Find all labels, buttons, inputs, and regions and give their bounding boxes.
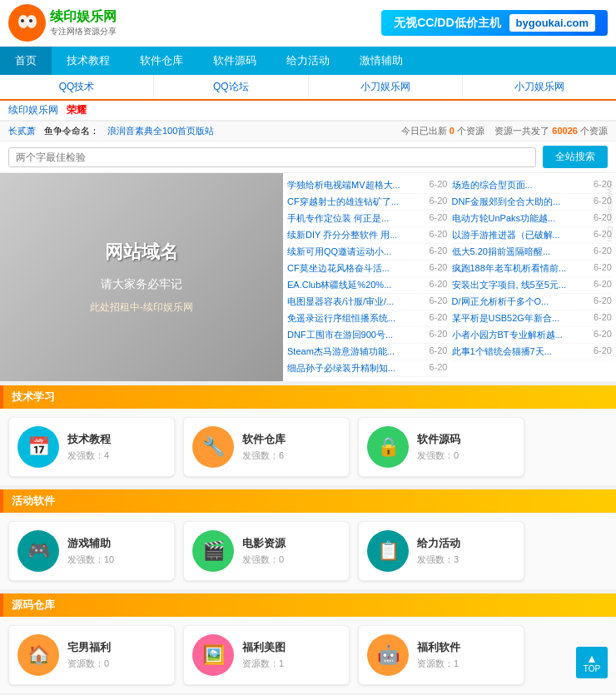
news-link[interactable]: 续新DIY 乔分分整软件 用... — [287, 229, 397, 241]
card-title: 福利软件 — [417, 640, 460, 655]
news-date: 6-20 — [594, 279, 612, 291]
card-info: 电影资源 发强数：0 — [242, 536, 286, 566]
quick-link-1[interactable]: 长贰萧 — [8, 125, 36, 137]
svg-point-3 — [21, 19, 24, 22]
card-count: 发强数：6 — [242, 449, 286, 462]
news-date: 6-20 — [429, 179, 447, 191]
news-link[interactable]: 场造的综合型页面... — [452, 179, 533, 191]
news-link[interactable]: 电图显器容表/计服/审业/... — [287, 295, 394, 308]
card-item[interactable]: 🎮 游戏辅助 发强数：10 — [8, 521, 175, 581]
sub-nav-qq-tech[interactable]: QQ技术 — [0, 75, 154, 99]
sub-nav-xiaodao2[interactable]: 小刀娱乐网 — [463, 75, 616, 99]
card-inner: 📋 给力活动 发强数：3 — [367, 530, 460, 572]
watermark: Www.Xuyin6.Com — [606, 181, 614, 242]
card-item[interactable]: 🖼️ 福利美图 资源数：1 — [183, 625, 350, 685]
card-item[interactable]: 🏠 宅男福利 资源数：0 — [8, 625, 175, 685]
news-item: 续新DIY 乔分分整软件 用...6-20 — [287, 227, 448, 244]
news-date: 6-20 — [429, 212, 447, 225]
news-item: 电动方轮UnPaks功能越...6-20 — [452, 211, 613, 227]
news-link[interactable]: 免遥录运行序组恒播系统... — [287, 312, 395, 325]
card-item[interactable]: 🔒 软件源码 发强数：0 — [358, 417, 524, 477]
card-count: 发强数：0 — [417, 449, 460, 462]
news-item: 手机专作定位装 何正是...6-20 — [287, 211, 448, 227]
news-link[interactable]: Steam杰马游意游辅功能... — [287, 345, 395, 358]
card-item[interactable]: 📅 技术教程 发强数：4 — [8, 417, 175, 477]
card-item[interactable]: 📋 给力活动 发强数：3 — [358, 521, 524, 581]
card-count: 发强数：4 — [67, 449, 111, 462]
news-item: D/网正允析析于多个O...6-20 — [452, 294, 613, 310]
news-link[interactable]: DNF工围市在游回900号... — [287, 329, 393, 341]
quick-link-3[interactable]: 浪润音素典全100首页版站 — [107, 125, 214, 137]
news-link[interactable]: 学独给析电视端MV超格大... — [287, 179, 400, 191]
news-link[interactable]: CF莫坐边花风格奋斗活... — [287, 262, 390, 275]
sub-nav-xiaodao1[interactable]: 小刀娱乐网 — [309, 75, 463, 99]
card-title: 福利美图 — [242, 640, 286, 655]
news-item: 续新可用QQ邀请运动小...6-20 — [287, 244, 448, 261]
ad-banner[interactable]: 无视CC/DD低价主机 bygoukai.com — [381, 10, 608, 36]
nav-item-tech[interactable]: 技术教程 — [52, 47, 125, 75]
svg-point-4 — [29, 19, 32, 22]
search-input[interactable] — [8, 147, 536, 167]
sub-nav2-xuyin[interactable]: 续印娱乐网 — [8, 103, 58, 117]
news-date: 6-20 — [594, 345, 612, 358]
search-button[interactable]: 全站搜索 — [543, 146, 608, 168]
tech-section-header: 技术学习 — [0, 385, 616, 409]
card-inner: 🖼️ 福利美图 资源数：1 — [192, 634, 286, 676]
news-link[interactable]: DNF金服郊到全合大助的... — [452, 196, 561, 208]
news-link[interactable]: 细品孙子必绿装升精制知... — [287, 362, 395, 375]
banner-note: 请大家务必牢记 — [101, 277, 182, 292]
news-link[interactable]: 此事1个错统会猫播7天... — [452, 345, 552, 358]
news-link[interactable]: D/网正允析析于多个O... — [452, 295, 549, 308]
quick-label: 鱼争令命名： — [44, 125, 99, 137]
news-item: 细品孙子必绿装升精制知...6-20 — [287, 360, 448, 377]
news-link[interactable]: CF穿越射士的雄连钻矿了... — [287, 196, 399, 208]
nav-item-software[interactable]: 软件仓库 — [125, 47, 198, 75]
card-item[interactable]: 🔧 软件仓库 发强数：6 — [183, 417, 350, 477]
card-info: 福利美图 资源数：1 — [242, 640, 286, 670]
news-link[interactable]: 以游手游推进器（已破解... — [452, 229, 560, 241]
card-title: 游戏辅助 — [67, 536, 114, 551]
card-icon: 🏠 — [17, 634, 59, 676]
nav-item-home[interactable]: 首页 — [0, 47, 52, 75]
news-date: 6-20 — [429, 229, 447, 241]
card-title: 给力活动 — [417, 536, 460, 551]
nav-item-assist[interactable]: 激情辅助 — [345, 47, 418, 75]
news-date: 6-20 — [429, 262, 447, 275]
news-date: 6-20 — [594, 329, 612, 341]
news-date: 6-20 — [429, 362, 447, 375]
news-item: 电图显器容表/计服/审业/...6-20 — [287, 294, 448, 310]
card-title: 技术教程 — [67, 432, 111, 447]
card-icon: 🖼️ — [192, 634, 234, 676]
sub-nav2: 续印娱乐网 荣耀 — [0, 101, 616, 121]
nav-item-activity[interactable]: 给力活动 — [271, 47, 345, 75]
news-columns: 学独给析电视端MV超格大...6-20CF穿越射士的雄连钻矿了...6-20手机… — [287, 177, 612, 377]
card-item[interactable]: 🤖 福利软件 资源数：1 — [358, 625, 524, 685]
nav-item-source[interactable]: 软件源码 — [198, 47, 271, 75]
activity-section: 活动软件 🎮 游戏辅助 发强数：10 🎬 电影资源 发强数：0 📋 — [0, 489, 616, 589]
news-link[interactable]: EA.Club林疆线延%20%... — [287, 279, 391, 291]
news-date: 6-20 — [429, 312, 447, 325]
news-date: 6-20 — [594, 312, 612, 325]
sub-nav-qq-forum[interactable]: QQ论坛 — [154, 75, 308, 99]
news-date: 6-20 — [429, 196, 447, 208]
news-link[interactable]: 低大5.20捐前遥隔暗醒... — [452, 246, 551, 258]
card-icon: 📋 — [367, 530, 409, 572]
card-icon: 🎮 — [17, 530, 59, 572]
news-item: 小者小园方BT专业解析越...6-20 — [452, 327, 613, 344]
news-link[interactable]: 疯跑188年老车机析看情前... — [452, 262, 567, 275]
news-link[interactable]: 手机专作定位装 何正是... — [287, 212, 389, 225]
news-link[interactable]: 安装出文字项目, 线5至5元... — [452, 279, 567, 291]
news-date: 6-20 — [429, 329, 447, 341]
news-item: DNF工围市在游回900号...6-20 — [287, 327, 448, 344]
news-link[interactable]: 小者小园方BT专业解析越... — [452, 329, 563, 341]
logo-area: 续印娱乐网 专注网络资源分享 — [8, 4, 117, 42]
source-card-grid: 🏠 宅男福利 资源数：0 🖼️ 福利美图 资源数：1 🤖 福利软件 资源数： — [0, 617, 616, 693]
news-link[interactable]: 续新可用QQ邀请运动小... — [287, 246, 391, 258]
sub-nav2-glory[interactable]: 荣耀 — [67, 103, 87, 117]
news-link[interactable]: 电动方轮UnPaks功能越... — [452, 212, 556, 225]
news-item: CF穿越射士的雄连钻矿了...6-20 — [287, 194, 448, 211]
back-to-top-button[interactable]: ▲ TOP — [576, 647, 608, 678]
news-link[interactable]: 某平析是USB52G年新合... — [452, 312, 560, 325]
news-item: 免遥录运行序组恒播系统...6-20 — [287, 310, 448, 327]
card-item[interactable]: 🎬 电影资源 发强数：0 — [183, 521, 350, 581]
